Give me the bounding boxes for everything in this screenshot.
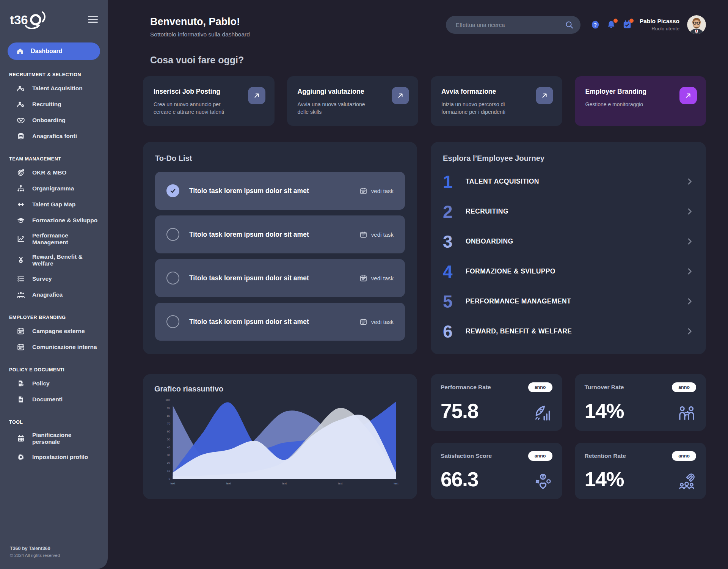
quick-action-open-button[interactable] — [248, 87, 265, 104]
journey-step-number: 6 — [443, 323, 463, 340]
sidebar-item-label: Pianificazione personale — [32, 432, 99, 445]
sidebar-item-dashboard[interactable]: Dashboard — [8, 42, 100, 60]
user-info[interactable]: Pablo Picasso Ruolo utente — [640, 17, 679, 32]
sidebar-section-recruitment-selection: RECRUITMENT & SELECTIONTalent Acquisitio… — [7, 72, 101, 144]
kpi-value: 14% — [585, 399, 624, 423]
quick-action-open-button[interactable] — [679, 87, 697, 104]
sidebar-item-survey[interactable]: Survey — [7, 271, 101, 287]
search-bar[interactable] — [446, 16, 581, 34]
journey-step-reward-benefit-welfare[interactable]: 6 REWARD, BENEFIT & WELFARE — [443, 316, 694, 346]
kpi-period-selector[interactable]: anno — [528, 451, 552, 461]
todo-item[interactable]: Titolo task lorem ipsum dolor sit amet v… — [155, 172, 405, 210]
sidebar-item-organigramma[interactable]: Organigramma — [7, 181, 101, 196]
todo-checkbox[interactable] — [166, 228, 179, 241]
calendar-icon — [17, 343, 25, 351]
chevron-right-icon[interactable] — [685, 207, 694, 216]
svg-text:text: text — [171, 482, 176, 485]
sidebar-item-comunicazione-interna[interactable]: Comunicazione interna — [7, 339, 101, 355]
sidebar-section-employer-branding: EMPLOYER BRANDINGCampagne esterneComunic… — [7, 315, 101, 355]
journey-step-recruiting[interactable]: 2 RECRUITING — [443, 196, 694, 226]
graduation-icon — [17, 216, 25, 225]
sidebar-item-policy[interactable]: Policy — [7, 376, 101, 391]
todo-item[interactable]: Titolo task lorem ipsum dolor sit amet v… — [155, 215, 405, 253]
page-title: Benvenuto, Pablo! — [150, 16, 250, 28]
kpi-label: Retention Rate — [585, 453, 626, 459]
chevron-right-icon — [685, 297, 694, 306]
journey-step-number: 3 — [443, 233, 463, 250]
database-icon — [17, 132, 25, 140]
journey-step-formazione-sviluppo[interactable]: 4 FORMAZIONE & SVILUPPO — [443, 256, 694, 286]
todo-item-title: Titolo task lorem ipsum dolor sit amet — [189, 274, 359, 282]
todo-checkbox[interactable] — [166, 184, 179, 197]
svg-text:20: 20 — [167, 461, 170, 465]
menu-toggle-icon[interactable] — [88, 16, 98, 23]
summary-chart-panel: Grafico riassuntivo 01020304050607080901… — [143, 374, 417, 499]
avatar[interactable] — [687, 15, 706, 34]
quick-action-title: Avvia formazione — [441, 88, 521, 96]
kpi-period-selector[interactable]: anno — [672, 451, 696, 461]
journey-step-performance-management[interactable]: 5 PERFORMANCE MANAGEMENT — [443, 286, 694, 316]
journey-step-talent-acquisition[interactable]: 1 TALENT ACQUISITION — [443, 167, 694, 196]
kpi-period-selector[interactable]: anno — [672, 382, 696, 392]
journey-step-label: REWARD, BENEFIT & WELFARE — [466, 327, 685, 335]
kpi-period-selector[interactable]: anno — [528, 382, 552, 392]
todo-view-task-link[interactable]: vedi task — [359, 318, 394, 326]
todo-view-task-link[interactable]: vedi task — [359, 187, 394, 195]
sidebar-item-campagne-esterne[interactable]: Campagne esterne — [7, 323, 101, 339]
todo-view-task-link[interactable]: vedi task — [359, 231, 394, 239]
search-input[interactable] — [455, 21, 565, 28]
sidebar-item-anagrafica-fonti[interactable]: Anagrafica fonti — [7, 128, 101, 144]
journey-step-onboarding[interactable]: 3 ONBOARDING — [443, 226, 694, 256]
arrow-up-right-icon — [540, 91, 549, 100]
quick-action-desc: Gestione e monitoraggio — [585, 101, 646, 108]
calendar-events-icon[interactable] — [622, 20, 632, 30]
quick-action-aggiungi-valutazione[interactable]: Aggiungi valutazione Avvia una nuova val… — [287, 76, 419, 126]
todo-item[interactable]: Titolo task lorem ipsum dolor sit amet v… — [155, 259, 405, 297]
sidebar-item-performance-management[interactable]: Performance Management — [7, 228, 101, 250]
sidebar-item-pianificazione-personale[interactable]: Pianificazione personale — [7, 428, 101, 449]
sidebar-item-anagrafica[interactable]: Anagrafica — [7, 287, 101, 303]
chevron-right-icon[interactable] — [685, 297, 694, 306]
chevron-right-icon[interactable] — [685, 267, 694, 276]
sidebar-item-recruiting[interactable]: Recruiting — [7, 96, 101, 112]
todo-item[interactable]: Titolo task lorem ipsum dolor sit amet v… — [155, 303, 405, 341]
sidebar-item-reward-benefit-welfare[interactable]: Reward, Benefit & Welfare — [7, 250, 101, 271]
sidebar-nav: Dashboard RECRUITMENT & SELECTIONTalent … — [0, 33, 108, 546]
quick-action-employer-branding[interactable]: Employer Branding Gestione e monitoraggi… — [575, 76, 706, 126]
sidebar-item-onboarding[interactable]: Onboarding — [7, 112, 101, 128]
quick-action-title: Employer Branding — [585, 88, 646, 96]
sidebar-item-formazione-sviluppo[interactable]: Formazione & Sviluppo — [7, 212, 101, 228]
quick-action-text: Employer Branding Gestione e monitoraggi… — [585, 85, 646, 117]
search-icon[interactable] — [565, 20, 574, 29]
svg-text:text: text — [226, 482, 231, 485]
help-icon[interactable]: ? — [590, 20, 600, 30]
chevron-right-icon[interactable] — [685, 177, 694, 186]
area-chart: 0102030405060708090100texttexttexttextte… — [154, 396, 406, 491]
magnet-people-icon — [677, 472, 696, 491]
home-icon — [16, 47, 24, 55]
chevron-right-icon[interactable] — [685, 327, 694, 336]
todo-checkbox[interactable] — [166, 272, 179, 284]
todo-view-task-link[interactable]: vedi task — [359, 274, 394, 282]
quick-action-avvia-formazione[interactable]: Avvia formazione Inizia un nuovo percors… — [431, 76, 562, 126]
arrow-up-right-icon — [684, 91, 692, 100]
quick-action-inserisci-job-posting[interactable]: Inserisci Job Posting Crea un nuovo annu… — [143, 76, 275, 126]
quick-action-open-button[interactable] — [392, 87, 409, 104]
notifications-bell-icon[interactable] — [606, 20, 616, 30]
sidebar-item-label: OKR & MBO — [32, 169, 66, 176]
sidebar-section-title: TEAM MANAGEMENT — [9, 156, 99, 162]
sidebar-item-talent-gap-map[interactable]: Talent Gap Map — [7, 196, 101, 212]
todo-checkbox[interactable] — [166, 315, 179, 328]
sidebar-header: t36 — [0, 0, 108, 33]
journey-step-number: 2 — [443, 203, 463, 220]
chevron-right-icon[interactable] — [685, 237, 694, 246]
svg-text:90: 90 — [167, 406, 170, 410]
sidebar-item-documenti[interactable]: Documenti — [7, 391, 101, 407]
arrow-up-right-icon — [396, 91, 405, 100]
quick-action-open-button[interactable] — [536, 87, 553, 104]
footer-copyright: © 2024 All rights reserved — [10, 553, 98, 558]
sidebar-item-okr-mbo[interactable]: OKR & MBO — [7, 165, 101, 181]
sidebar-item-talent-acquisition[interactable]: Talent Acquisition — [7, 80, 101, 96]
sidebar-item-impostazioni-profilo[interactable]: Impostazioni profilo — [7, 449, 101, 465]
gear-icon — [17, 453, 25, 461]
